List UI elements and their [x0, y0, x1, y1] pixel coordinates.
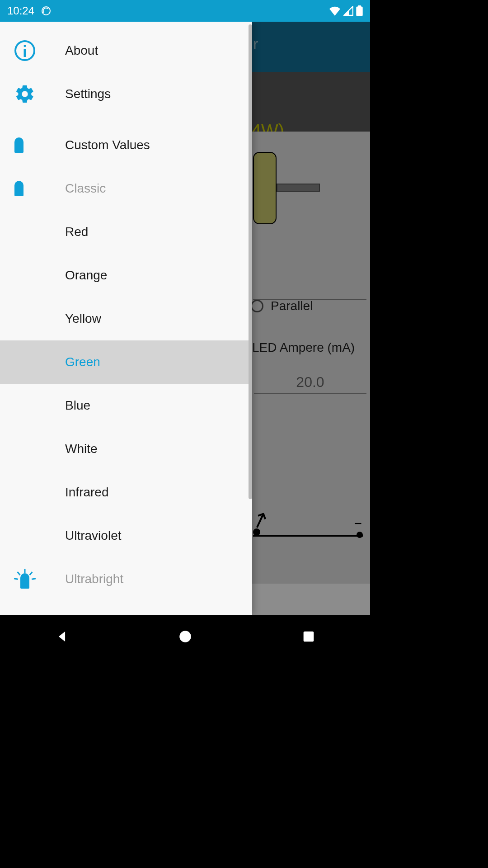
menu-item-about[interactable]: About	[0, 29, 252, 72]
wifi-icon	[329, 6, 341, 16]
menu-label-classic: Classic	[65, 181, 106, 196]
menu-label-white: White	[65, 442, 98, 456]
nav-recent-button[interactable]	[286, 625, 331, 648]
status-bar: 10:24	[0, 0, 370, 22]
menu-label-blue: Blue	[65, 398, 90, 413]
signal-icon	[343, 6, 353, 16]
menu-label-red: Red	[65, 225, 88, 239]
svg-rect-4	[303, 632, 314, 642]
menu-label-green: Green	[65, 355, 100, 369]
led-bright-icon	[14, 569, 35, 590]
nav-home-button[interactable]	[163, 625, 208, 648]
battery-icon	[356, 5, 363, 16]
menu-item-blue[interactable]: Blue	[0, 384, 252, 427]
menu-item-red[interactable]: Red	[0, 210, 252, 254]
nav-back-button[interactable]	[39, 625, 84, 648]
menu-label-ultrabright: Ultrabright	[65, 572, 123, 586]
menu-item-settings[interactable]: Settings	[0, 72, 252, 116]
menu-label-ultraviolet: Ultraviolet	[65, 528, 121, 543]
menu-label-custom-values: Custom Values	[65, 138, 150, 152]
menu-item-white[interactable]: White	[0, 427, 252, 471]
gear-icon	[14, 84, 35, 104]
menu-item-custom-values[interactable]: Custom Values	[0, 123, 252, 167]
led-icon	[14, 181, 23, 196]
svg-rect-2	[358, 5, 361, 7]
menu-label-settings: Settings	[65, 87, 111, 101]
scrollbar[interactable]	[249, 24, 252, 499]
dnd-icon	[41, 5, 52, 16]
menu-group-ultrabright[interactable]: Ultrabright	[0, 557, 252, 601]
navigation-drawer: About Settings Custom Values Classic Red	[0, 22, 252, 615]
svg-rect-1	[356, 6, 362, 16]
menu-item-ultraviolet[interactable]: Ultraviolet	[0, 514, 252, 557]
led-icon	[14, 137, 23, 153]
navigation-bar	[0, 615, 370, 658]
menu-item-green[interactable]: Green	[0, 340, 252, 384]
menu-group-classic[interactable]: Classic	[0, 167, 252, 210]
menu-item-infrared[interactable]: Infrared	[0, 471, 252, 514]
menu-item-orange[interactable]: Orange	[0, 254, 252, 297]
menu-label-infrared: Infrared	[65, 485, 109, 500]
menu-item-yellow[interactable]: Yellow	[0, 297, 252, 340]
svg-point-3	[179, 631, 191, 642]
menu-label-orange: Orange	[65, 268, 107, 283]
status-time: 10:24	[7, 5, 34, 17]
menu-label-yellow: Yellow	[65, 311, 101, 326]
info-icon	[14, 40, 35, 61]
menu-label-about: About	[65, 43, 98, 58]
